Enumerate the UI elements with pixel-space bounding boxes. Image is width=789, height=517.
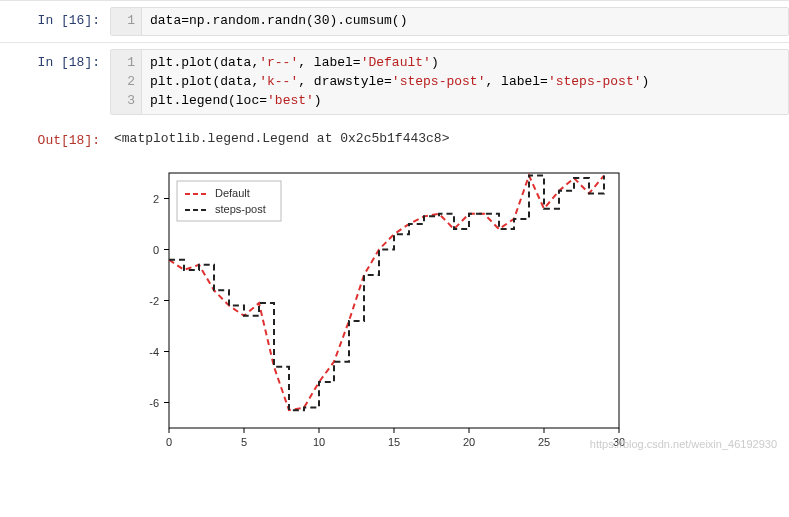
svg-text:-4: -4 (149, 346, 159, 358)
svg-text:steps-post: steps-post (215, 203, 266, 215)
gutter: 1 (111, 8, 142, 35)
plot-output: 051015202530-6-4-202Defaultsteps-post ht… (0, 154, 789, 468)
code-area-18[interactable]: 1 2 3 plt.plot(data,'r--', label='Defaul… (110, 49, 789, 116)
code-line: data=np.random.randn(30).cumsum() (142, 8, 415, 35)
line-chart: 051015202530-6-4-202Defaultsteps-post (114, 158, 634, 458)
svg-text:30: 30 (613, 436, 625, 448)
svg-text:25: 25 (538, 436, 550, 448)
svg-text:-2: -2 (149, 295, 159, 307)
code-block: plt.plot(data,'r--', label='Default') pl… (142, 50, 657, 115)
svg-text:0: 0 (166, 436, 172, 448)
svg-text:20: 20 (463, 436, 475, 448)
svg-text:Default: Default (215, 187, 250, 199)
input-cell-16: In [16]: 1 data=np.random.randn(30).cums… (0, 0, 789, 42)
output-cell-18: Out[18]: <matplotlib.legend.Legend at 0x… (0, 121, 789, 154)
svg-text:15: 15 (388, 436, 400, 448)
prompt-out-18: Out[18]: (0, 127, 110, 148)
prompt-in-16: In [16]: (0, 7, 110, 28)
svg-text:-6: -6 (149, 397, 159, 409)
code-area-16[interactable]: 1 data=np.random.randn(30).cumsum() (110, 7, 789, 36)
prompt-in-18: In [18]: (0, 49, 110, 70)
output-text: <matplotlib.legend.Legend at 0x2c5b1f443… (110, 127, 789, 146)
input-cell-18: In [18]: 1 2 3 plt.plot(data,'r--', labe… (0, 42, 789, 122)
svg-text:5: 5 (241, 436, 247, 448)
svg-text:0: 0 (153, 244, 159, 256)
svg-text:2: 2 (153, 193, 159, 205)
gutter: 1 2 3 (111, 50, 142, 115)
svg-text:10: 10 (313, 436, 325, 448)
